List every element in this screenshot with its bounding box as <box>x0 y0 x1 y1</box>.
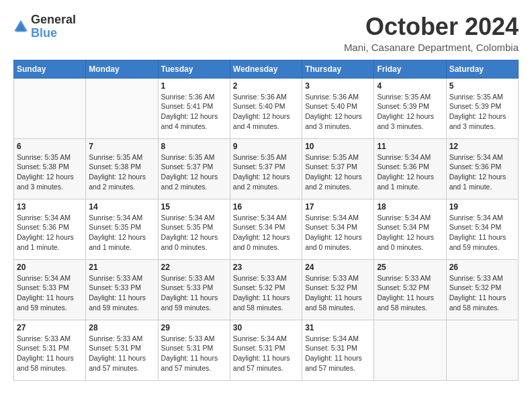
day-cell: 27Sunrise: 5:33 AM Sunset: 5:31 PM Dayli… <box>14 320 86 380</box>
day-info: Sunrise: 5:33 AM Sunset: 5:31 PM Dayligh… <box>161 334 227 373</box>
day-number: 21 <box>89 263 154 272</box>
day-info: Sunrise: 5:34 AM Sunset: 5:31 PM Dayligh… <box>305 334 371 373</box>
header-cell-sunday: Sunday <box>14 60 86 78</box>
day-info: Sunrise: 5:34 AM Sunset: 5:34 PM Dayligh… <box>449 213 515 253</box>
day-info: Sunrise: 5:33 AM Sunset: 5:33 PM Dayligh… <box>89 273 154 313</box>
day-cell: 5Sunrise: 5:35 AM Sunset: 5:39 PM Daylig… <box>446 78 518 138</box>
day-cell <box>374 320 446 380</box>
day-info: Sunrise: 5:35 AM Sunset: 5:39 PM Dayligh… <box>449 92 515 132</box>
day-cell: 10Sunrise: 5:35 AM Sunset: 5:37 PM Dayli… <box>302 138 374 199</box>
day-cell: 16Sunrise: 5:34 AM Sunset: 5:34 PM Dayli… <box>230 199 302 259</box>
day-cell: 22Sunrise: 5:33 AM Sunset: 5:33 PM Dayli… <box>158 259 230 320</box>
week-row-3: 13Sunrise: 5:34 AM Sunset: 5:36 PM Dayli… <box>14 199 519 259</box>
calendar-table: SundayMondayTuesdayWednesdayThursdayFrid… <box>13 60 519 381</box>
day-number: 15 <box>161 202 227 212</box>
day-number: 6 <box>17 142 83 151</box>
day-info: Sunrise: 5:33 AM Sunset: 5:32 PM Dayligh… <box>377 273 443 313</box>
day-cell: 2Sunrise: 5:36 AM Sunset: 5:40 PM Daylig… <box>230 78 302 138</box>
week-row-1: 1Sunrise: 5:36 AM Sunset: 5:41 PM Daylig… <box>14 78 519 138</box>
day-info: Sunrise: 5:34 AM Sunset: 5:31 PM Dayligh… <box>233 334 299 373</box>
day-info: Sunrise: 5:34 AM Sunset: 5:34 PM Dayligh… <box>233 213 299 253</box>
day-info: Sunrise: 5:33 AM Sunset: 5:32 PM Dayligh… <box>449 273 515 313</box>
day-number: 31 <box>305 323 371 332</box>
day-cell: 3Sunrise: 5:36 AM Sunset: 5:40 PM Daylig… <box>302 78 374 138</box>
day-number: 9 <box>233 142 299 151</box>
day-info: Sunrise: 5:36 AM Sunset: 5:40 PM Dayligh… <box>305 92 371 132</box>
day-number: 7 <box>89 142 154 151</box>
day-info: Sunrise: 5:33 AM Sunset: 5:31 PM Dayligh… <box>89 334 154 373</box>
day-cell: 1Sunrise: 5:36 AM Sunset: 5:41 PM Daylig… <box>158 78 230 138</box>
day-info: Sunrise: 5:34 AM Sunset: 5:36 PM Dayligh… <box>17 213 83 253</box>
day-info: Sunrise: 5:36 AM Sunset: 5:40 PM Dayligh… <box>233 92 299 132</box>
day-cell: 4Sunrise: 5:35 AM Sunset: 5:39 PM Daylig… <box>374 78 446 138</box>
day-cell: 7Sunrise: 5:35 AM Sunset: 5:38 PM Daylig… <box>86 138 158 199</box>
day-cell: 20Sunrise: 5:34 AM Sunset: 5:33 PM Dayli… <box>14 259 86 320</box>
day-number: 5 <box>449 81 515 91</box>
header-cell-thursday: Thursday <box>302 60 374 78</box>
header-cell-monday: Monday <box>86 60 158 78</box>
day-info: Sunrise: 5:33 AM Sunset: 5:33 PM Dayligh… <box>161 273 227 313</box>
day-number: 17 <box>305 202 371 212</box>
day-number: 2 <box>233 81 299 91</box>
header-row: SundayMondayTuesdayWednesdayThursdayFrid… <box>14 60 519 78</box>
day-number: 8 <box>161 142 227 151</box>
day-cell: 24Sunrise: 5:33 AM Sunset: 5:32 PM Dayli… <box>302 259 374 320</box>
day-info: Sunrise: 5:33 AM Sunset: 5:32 PM Dayligh… <box>233 273 299 313</box>
day-cell: 12Sunrise: 5:34 AM Sunset: 5:36 PM Dayli… <box>446 138 518 199</box>
logo-icon <box>13 19 28 34</box>
day-cell: 21Sunrise: 5:33 AM Sunset: 5:33 PM Dayli… <box>86 259 158 320</box>
day-info: Sunrise: 5:36 AM Sunset: 5:41 PM Dayligh… <box>161 92 227 132</box>
day-number: 10 <box>305 142 371 151</box>
day-number: 13 <box>17 202 83 212</box>
day-cell: 8Sunrise: 5:35 AM Sunset: 5:37 PM Daylig… <box>158 138 230 199</box>
day-info: Sunrise: 5:34 AM Sunset: 5:36 PM Dayligh… <box>449 152 515 192</box>
day-info: Sunrise: 5:35 AM Sunset: 5:37 PM Dayligh… <box>233 152 299 192</box>
day-info: Sunrise: 5:33 AM Sunset: 5:31 PM Dayligh… <box>17 334 83 373</box>
day-number: 20 <box>17 263 83 272</box>
day-cell <box>446 320 518 380</box>
day-info: Sunrise: 5:33 AM Sunset: 5:32 PM Dayligh… <box>305 273 371 313</box>
day-cell: 6Sunrise: 5:35 AM Sunset: 5:38 PM Daylig… <box>14 138 86 199</box>
header-cell-saturday: Saturday <box>446 60 518 78</box>
day-number: 29 <box>161 323 227 332</box>
logo: General Blue <box>13 13 76 40</box>
day-cell: 29Sunrise: 5:33 AM Sunset: 5:31 PM Dayli… <box>158 320 230 380</box>
header-cell-friday: Friday <box>374 60 446 78</box>
day-number: 23 <box>233 263 299 272</box>
day-cell: 25Sunrise: 5:33 AM Sunset: 5:32 PM Dayli… <box>374 259 446 320</box>
day-cell: 23Sunrise: 5:33 AM Sunset: 5:32 PM Dayli… <box>230 259 302 320</box>
calendar-body: 1Sunrise: 5:36 AM Sunset: 5:41 PM Daylig… <box>14 78 519 380</box>
header-cell-wednesday: Wednesday <box>230 60 302 78</box>
logo-general: General <box>31 13 76 27</box>
day-info: Sunrise: 5:35 AM Sunset: 5:37 PM Dayligh… <box>305 152 371 192</box>
day-number: 25 <box>377 263 443 272</box>
day-number: 3 <box>305 81 371 91</box>
day-info: Sunrise: 5:35 AM Sunset: 5:39 PM Dayligh… <box>377 92 443 132</box>
day-cell: 26Sunrise: 5:33 AM Sunset: 5:32 PM Dayli… <box>446 259 518 320</box>
calendar-header: SundayMondayTuesdayWednesdayThursdayFrid… <box>14 60 519 78</box>
day-number: 22 <box>161 263 227 272</box>
logo-blue: Blue <box>31 27 76 40</box>
day-cell: 17Sunrise: 5:34 AM Sunset: 5:34 PM Dayli… <box>302 199 374 259</box>
day-cell: 9Sunrise: 5:35 AM Sunset: 5:37 PM Daylig… <box>230 138 302 199</box>
title-area: October 2024 Mani, Casanare Department, … <box>344 13 519 53</box>
day-cell: 13Sunrise: 5:34 AM Sunset: 5:36 PM Dayli… <box>14 199 86 259</box>
day-info: Sunrise: 5:35 AM Sunset: 5:37 PM Dayligh… <box>161 152 227 192</box>
day-cell: 30Sunrise: 5:34 AM Sunset: 5:31 PM Dayli… <box>230 320 302 380</box>
day-number: 18 <box>377 202 443 212</box>
day-info: Sunrise: 5:34 AM Sunset: 5:34 PM Dayligh… <box>377 213 443 253</box>
day-cell <box>86 78 158 138</box>
day-cell: 18Sunrise: 5:34 AM Sunset: 5:34 PM Dayli… <box>374 199 446 259</box>
day-number: 11 <box>377 142 443 151</box>
day-number: 1 <box>161 81 227 91</box>
day-cell: 15Sunrise: 5:34 AM Sunset: 5:35 PM Dayli… <box>158 199 230 259</box>
day-info: Sunrise: 5:34 AM Sunset: 5:36 PM Dayligh… <box>377 152 443 192</box>
day-cell: 19Sunrise: 5:34 AM Sunset: 5:34 PM Dayli… <box>446 199 518 259</box>
day-info: Sunrise: 5:35 AM Sunset: 5:38 PM Dayligh… <box>17 152 83 192</box>
day-number: 12 <box>449 142 515 151</box>
day-info: Sunrise: 5:34 AM Sunset: 5:33 PM Dayligh… <box>17 273 83 313</box>
day-cell: 31Sunrise: 5:34 AM Sunset: 5:31 PM Dayli… <box>302 320 374 380</box>
week-row-4: 20Sunrise: 5:34 AM Sunset: 5:33 PM Dayli… <box>14 259 519 320</box>
week-row-2: 6Sunrise: 5:35 AM Sunset: 5:38 PM Daylig… <box>14 138 519 199</box>
day-number: 24 <box>305 263 371 272</box>
